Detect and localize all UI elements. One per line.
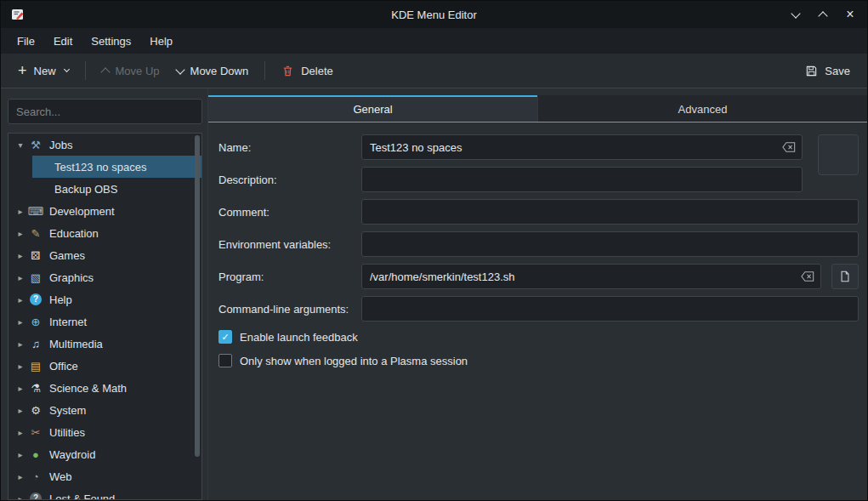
- toolbar: + New Move Up Move Down Delete: [1, 54, 867, 88]
- expand-arrow-icon[interactable]: ▸: [14, 494, 27, 501]
- tree-item-web[interactable]: ▸◔Web: [9, 465, 201, 487]
- expand-arrow-icon[interactable]: ▸: [14, 450, 27, 459]
- field-row-program: Program:: [218, 264, 859, 289]
- menu-file[interactable]: File: [8, 31, 44, 52]
- sidebar: ▾⚒JobsTest123 no spacesBackup OBS▸⌨Devel…: [1, 88, 207, 500]
- tree-item-jobs[interactable]: ▾⚒Jobs: [9, 134, 201, 156]
- expand-arrow-icon[interactable]: ▸: [14, 229, 27, 238]
- app-icon: [11, 8, 25, 21]
- tree-item-label: Help: [49, 293, 72, 306]
- expand-arrow-icon[interactable]: ▸: [14, 406, 27, 415]
- arguments-input[interactable]: [361, 296, 859, 322]
- tree-item-test123-no-spaces[interactable]: Test123 no spaces: [32, 156, 201, 178]
- games-icon: ⚄: [27, 250, 44, 261]
- program-input-wrap: [361, 264, 821, 289]
- arguments-input-wrap: [361, 296, 859, 322]
- tree-item-label: Utilities: [49, 426, 85, 439]
- tree-item-games[interactable]: ▸⚄Games: [9, 244, 201, 266]
- checkbox-row-launch-feedback[interactable]: ✓Enable launch feedback: [218, 330, 859, 344]
- graphics-icon: ▧: [27, 272, 44, 283]
- tree-item-graphics[interactable]: ▸▧Graphics: [9, 266, 201, 288]
- plasma-only-checkbox[interactable]: [218, 354, 232, 367]
- menu-help[interactable]: Help: [140, 31, 182, 52]
- tree-item-label: Lost & Found: [49, 492, 115, 501]
- tree-item-development[interactable]: ▸⌨Development: [9, 200, 201, 222]
- program-browse-button[interactable]: [831, 264, 859, 289]
- expand-arrow-icon[interactable]: ▸: [14, 273, 27, 282]
- tree-item-waydroid[interactable]: ▸●Waydroid: [9, 443, 201, 465]
- tree-item-backup-obs[interactable]: Backup OBS: [32, 178, 201, 200]
- comment-input[interactable]: [361, 199, 859, 225]
- office-icon: ▤: [27, 361, 44, 372]
- expand-arrow-icon[interactable]: ▸: [14, 362, 27, 371]
- save-button[interactable]: Save: [797, 59, 859, 83]
- launch-feedback-checkbox[interactable]: ✓: [218, 330, 232, 344]
- launch-feedback-label: Enable launch feedback: [240, 331, 358, 344]
- comment-label: Comment:: [218, 206, 361, 219]
- kde-menu-editor-window: KDE Menu Editor × FileEditSettingsHelp +…: [0, 0, 868, 501]
- delete-label: Delete: [301, 65, 333, 77]
- tree-item-internet[interactable]: ▸⊕Internet: [9, 310, 201, 333]
- description-input[interactable]: [361, 167, 803, 192]
- environment-input[interactable]: [361, 231, 859, 257]
- system-icon: ⚙: [27, 405, 44, 416]
- name-input[interactable]: [361, 134, 803, 160]
- move-up-label: Move Up: [116, 65, 160, 77]
- tree-item-utilities[interactable]: ▸✂Utilities: [9, 421, 201, 443]
- tree-item-office[interactable]: ▸▤Office: [9, 355, 201, 377]
- chevron-down-icon: [175, 65, 184, 74]
- new-button[interactable]: + New: [9, 59, 77, 83]
- editor-pane: GeneralAdvanced Name:Description:Comment…: [207, 88, 867, 500]
- name-clear-icon[interactable]: [782, 142, 796, 153]
- program-label: Program:: [218, 270, 361, 283]
- tree-item-system[interactable]: ▸⚙System: [9, 399, 201, 421]
- tab-general[interactable]: General: [208, 95, 537, 122]
- name-input-wrap: [361, 134, 803, 160]
- tree-item-label: Internet: [49, 316, 87, 328]
- briefcase-icon: ⚒: [27, 139, 44, 151]
- new-button-label: New: [34, 65, 56, 77]
- expand-arrow-icon[interactable]: ▸: [14, 295, 27, 305]
- tree-item-multimedia[interactable]: ▸♫Multimedia: [9, 333, 201, 355]
- tree-item-lost-found[interactable]: ▸?Lost & Found: [9, 487, 201, 500]
- tree-item-label: Science & Math: [49, 382, 127, 395]
- tree-view: ▾⚒JobsTest123 no spacesBackup OBS▸⌨Devel…: [8, 133, 202, 500]
- expand-arrow-icon[interactable]: ▸: [14, 384, 27, 393]
- expand-arrow-icon[interactable]: ▸: [14, 339, 27, 349]
- education-icon: ✎: [27, 228, 44, 239]
- menu-settings[interactable]: Settings: [82, 31, 140, 52]
- tree-item-science-math[interactable]: ▸⚗Science & Math: [9, 377, 201, 399]
- tree-scrollbar[interactable]: [195, 135, 200, 457]
- checkbox-group: ✓Enable launch feedbackOnly show when lo…: [218, 330, 859, 367]
- close-button[interactable]: ×: [843, 8, 857, 21]
- expand-arrow-icon[interactable]: ▸: [14, 428, 27, 437]
- description-label: Description:: [218, 174, 361, 186]
- minimize-button[interactable]: [789, 8, 803, 21]
- icon-picker-button[interactable]: [818, 134, 859, 175]
- expand-arrow-icon[interactable]: ▸: [14, 251, 27, 260]
- move-up-button[interactable]: Move Up: [94, 59, 168, 83]
- checkbox-row-plasma-only[interactable]: Only show when logged into a Plasma sess…: [218, 354, 859, 367]
- trash-icon: [281, 65, 294, 77]
- move-down-button[interactable]: Move Down: [168, 59, 258, 83]
- expand-arrow-icon[interactable]: ▸: [14, 207, 27, 216]
- title-bar: KDE Menu Editor ×: [1, 1, 867, 28]
- save-label: Save: [825, 65, 850, 77]
- name-label: Name:: [218, 141, 361, 154]
- expand-arrow-icon[interactable]: ▸: [14, 472, 27, 481]
- maximize-button[interactable]: [816, 8, 830, 21]
- delete-button[interactable]: Delete: [273, 59, 342, 83]
- program-clear-icon[interactable]: [801, 271, 814, 282]
- tab-advanced[interactable]: Advanced: [537, 95, 867, 122]
- collapse-arrow-icon[interactable]: ▾: [14, 140, 27, 150]
- expand-arrow-icon[interactable]: ▸: [14, 317, 27, 327]
- internet-icon: ⊕: [27, 316, 44, 327]
- move-down-label: Move Down: [190, 65, 249, 77]
- field-row-comment: Comment:: [218, 199, 859, 225]
- menu-edit[interactable]: Edit: [44, 31, 82, 52]
- tree-item-education[interactable]: ▸✎Education: [9, 222, 201, 244]
- tree-item-help[interactable]: ▸?Help: [9, 288, 201, 310]
- program-input[interactable]: [361, 264, 821, 289]
- search-input[interactable]: [8, 99, 202, 124]
- development-icon: ⌨: [27, 206, 44, 217]
